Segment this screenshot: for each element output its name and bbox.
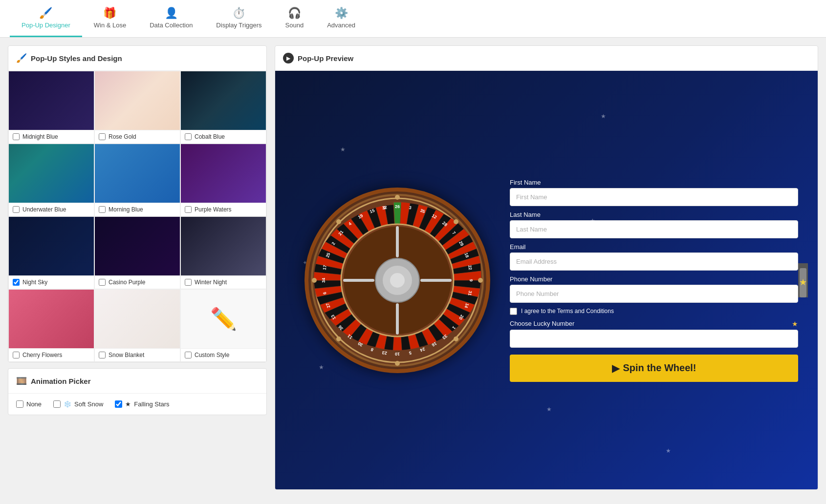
anim-soft-snow-label: Soft Snow — [74, 400, 103, 408]
star-deco-4: ★ — [546, 406, 552, 413]
swatch-morning-blue — [95, 144, 180, 203]
style-item-winter-night[interactable]: Winter Night — [180, 216, 266, 289]
svg-point-2 — [395, 195, 400, 200]
right-panel: ▶ Pop-Up Preview ★ ✦ ★ ★ ★ ★ ★ — [275, 45, 818, 490]
main-layout: 🖌️ Pop-Up Styles and Design Midnight Blu… — [0, 38, 826, 498]
checkbox-rose-gold[interactable] — [99, 133, 106, 140]
style-item-casino-purple[interactable]: Casino Purple — [94, 216, 180, 289]
svg-point-19 — [390, 273, 405, 288]
svg-text:10: 10 — [395, 352, 400, 357]
style-item-custom-style[interactable]: ✏️ Custom Style — [180, 289, 266, 362]
form-panel: First Name Last Name Email Phone Number — [510, 174, 798, 387]
swatch-underwater-blue — [9, 144, 94, 203]
anim-none-label: None — [26, 400, 42, 408]
checkbox-cherry-flowers[interactable] — [13, 352, 20, 358]
nav-advanced-label: Advanced — [327, 21, 355, 29]
animation-section: 🎞️ Animation Picker None ❄️ Soft Snow ★ … — [8, 368, 267, 415]
svg-text:9: 9 — [469, 279, 474, 281]
phone-label: Phone Number — [510, 275, 798, 283]
preview-scrollbar[interactable]: ★ — [798, 263, 808, 297]
svg-text:26: 26 — [395, 204, 400, 209]
paintbrush-header-icon: 🖌️ — [16, 53, 27, 63]
top-nav: 🖌️ Pop-Up Designer 🎁 Win & Lose 👤 Data C… — [0, 0, 826, 38]
lucky-number-field: Choose Lucky Number ★ — [510, 320, 798, 348]
style-item-night-sky[interactable]: Night Sky — [8, 216, 94, 289]
star-deco-5: ★ — [601, 113, 606, 120]
checkbox-underwater-blue[interactable] — [13, 206, 20, 213]
checkbox-winter-night[interactable] — [185, 279, 192, 286]
gift-icon: 🎁 — [103, 7, 116, 20]
label-cherry-flowers: Cherry Flowers — [9, 348, 94, 361]
styles-section: 🖌️ Pop-Up Styles and Design Midnight Blu… — [8, 45, 267, 362]
preview-header: ▶ Pop-Up Preview — [275, 46, 818, 71]
svg-point-4 — [478, 278, 483, 283]
swatch-winter-night — [181, 217, 266, 275]
film-icon: 🎞️ — [16, 376, 27, 386]
checkbox-cobalt-blue[interactable] — [185, 133, 192, 140]
style-item-morning-blue[interactable]: Morning Blue — [94, 144, 180, 216]
nav-win-lose[interactable]: 🎁 Win & Lose — [82, 0, 138, 37]
first-name-input[interactable] — [510, 188, 798, 206]
svg-point-8 — [312, 278, 317, 283]
label-morning-blue: Morning Blue — [95, 203, 180, 216]
nav-display-triggers[interactable]: ⏱️ Display Triggers — [204, 0, 273, 37]
spin-button[interactable]: ▶ Spin the Wheel! — [510, 355, 798, 382]
nav-advanced[interactable]: ⚙️ Advanced — [315, 0, 367, 37]
terms-checkbox[interactable] — [510, 308, 517, 315]
nav-win-lose-label: Win & Lose — [94, 21, 126, 29]
checkbox-purple-waters[interactable] — [185, 206, 192, 213]
star-deco-6: ★ — [590, 217, 595, 224]
lucky-star-icon: ★ — [792, 320, 798, 328]
gear-icon: ⚙️ — [335, 7, 348, 20]
checkbox-custom-style[interactable] — [185, 352, 192, 358]
star-icon: ★ — [125, 400, 131, 408]
email-input[interactable] — [510, 252, 798, 271]
swatch-custom-style: ✏️ — [181, 290, 266, 348]
nav-popup-designer[interactable]: 🖌️ Pop-Up Designer — [10, 0, 82, 37]
label-rose-gold: Rose Gold — [95, 130, 180, 143]
checkbox-night-sky[interactable] — [13, 279, 20, 286]
style-item-cobalt-blue[interactable]: Cobalt Blue — [180, 71, 266, 144]
email-field: Email — [510, 243, 798, 271]
checkbox-midnight-blue[interactable] — [13, 133, 20, 140]
phone-input[interactable] — [510, 285, 798, 303]
checkbox-anim-none[interactable] — [16, 400, 23, 408]
last-name-input[interactable] — [510, 220, 798, 238]
svg-text:31: 31 — [467, 290, 473, 296]
left-panel: 🖌️ Pop-Up Styles and Design Midnight Blu… — [8, 45, 267, 490]
swatch-casino-purple — [95, 217, 180, 275]
style-item-midnight-blue[interactable]: Midnight Blue — [8, 71, 94, 144]
style-item-purple-waters[interactable]: Purple Waters — [180, 144, 266, 216]
preview-header-label: Pop-Up Preview — [298, 54, 353, 63]
label-underwater-blue: Underwater Blue — [9, 203, 94, 216]
checkbox-morning-blue[interactable] — [99, 206, 106, 213]
style-grid: Midnight Blue Rose Gold Cobalt Blue — [8, 71, 266, 362]
checkbox-anim-soft-snow[interactable] — [53, 400, 61, 408]
first-name-field: First Name — [510, 179, 798, 206]
checkbox-anim-falling-stars[interactable] — [115, 400, 122, 408]
spin-play-icon: ▶ — [612, 362, 619, 374]
nav-data-collection-label: Data Collection — [150, 21, 193, 29]
style-item-underwater-blue[interactable]: Underwater Blue — [8, 144, 94, 216]
svg-text:17: 17 — [322, 264, 328, 270]
style-item-rose-gold[interactable]: Rose Gold — [94, 71, 180, 144]
label-night-sky: Night Sky — [9, 275, 94, 289]
nav-sound[interactable]: 🎧 Sound — [274, 0, 316, 37]
email-label: Email — [510, 243, 798, 251]
style-item-cherry-flowers[interactable]: Cherry Flowers — [8, 289, 94, 362]
checkbox-casino-purple[interactable] — [99, 279, 106, 286]
terms-row: I agree to the Terms and Conditions — [510, 308, 798, 315]
label-purple-waters: Purple Waters — [181, 203, 266, 216]
anim-soft-snow: ❄️ Soft Snow — [53, 400, 103, 408]
lucky-number-input[interactable] — [510, 330, 798, 348]
preview-area: ★ ✦ ★ ★ ★ ★ ★ — [275, 71, 818, 489]
svg-point-5 — [454, 336, 458, 341]
style-item-snow-blanket[interactable]: Snow Blanket — [94, 289, 180, 362]
nav-sound-label: Sound — [285, 21, 304, 29]
terms-label: I agree to the Terms and Conditions — [521, 308, 614, 315]
pencil-icon: ✏️ — [210, 306, 237, 332]
checkbox-snow-blanket[interactable] — [99, 352, 106, 358]
paintbrush-icon: 🖌️ — [39, 7, 52, 20]
nav-data-collection[interactable]: 👤 Data Collection — [138, 0, 204, 37]
snowflake-icon: ❄️ — [64, 400, 71, 408]
